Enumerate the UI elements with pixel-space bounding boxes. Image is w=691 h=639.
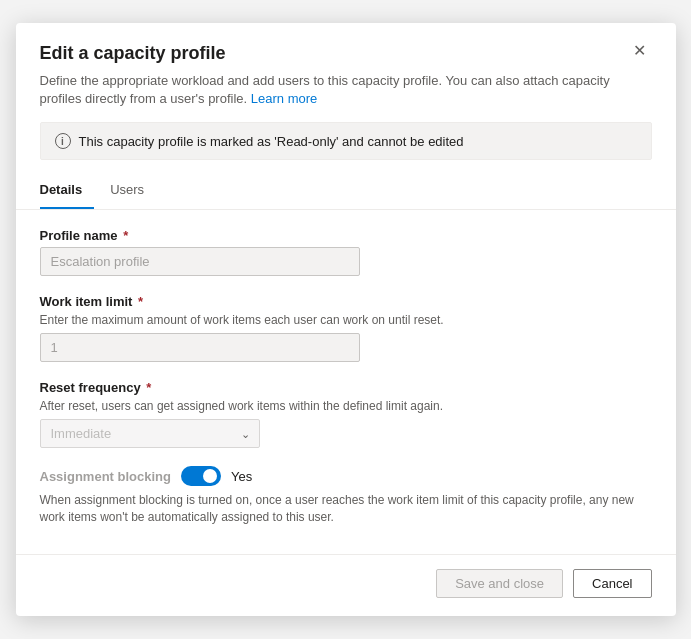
close-button[interactable]: ✕ [627, 41, 652, 61]
dialog-body: Profile name * Work item limit * Enter t… [16, 210, 676, 554]
assignment-blocking-row: Assignment blocking Yes [40, 466, 652, 486]
profile-name-label: Profile name * [40, 228, 652, 243]
reset-frequency-required: * [146, 380, 151, 395]
reset-frequency-description: After reset, users can get assigned work… [40, 399, 652, 413]
edit-capacity-dialog: Edit a capacity profile ✕ Define the app… [16, 23, 676, 616]
work-item-limit-description: Enter the maximum amount of work items e… [40, 313, 652, 327]
dialog-subtitle: Define the appropriate workload and add … [16, 72, 676, 122]
dialog-header: Edit a capacity profile ✕ [16, 23, 676, 72]
learn-more-link[interactable]: Learn more [251, 91, 317, 106]
dialog-footer: Save and close Cancel [16, 554, 676, 616]
save-and-close-button[interactable]: Save and close [436, 569, 563, 598]
assignment-blocking-value: Yes [231, 469, 252, 484]
profile-name-group: Profile name * [40, 228, 652, 276]
profile-name-input[interactable] [40, 247, 360, 276]
reset-frequency-label: Reset frequency * [40, 380, 652, 395]
reset-frequency-select[interactable]: Immediate Daily Weekly Monthly [40, 419, 260, 448]
dialog-title: Edit a capacity profile [40, 43, 226, 64]
readonly-banner: i This capacity profile is marked as 'Re… [40, 122, 652, 160]
work-item-limit-group: Work item limit * Enter the maximum amou… [40, 294, 652, 362]
subtitle-text: Define the appropriate workload and add … [40, 73, 610, 106]
assignment-blocking-label: Assignment blocking [40, 469, 171, 484]
tab-users[interactable]: Users [110, 174, 156, 209]
info-icon: i [55, 133, 71, 149]
readonly-text: This capacity profile is marked as 'Read… [79, 134, 464, 149]
reset-frequency-group: Reset frequency * After reset, users can… [40, 380, 652, 448]
profile-name-required: * [123, 228, 128, 243]
assignment-blocking-toggle[interactable] [181, 466, 221, 486]
tabs-container: Details Users [16, 174, 676, 210]
work-item-limit-required: * [138, 294, 143, 309]
assignment-blocking-group: Assignment blocking Yes When assignment … [40, 466, 652, 526]
tab-details[interactable]: Details [40, 174, 95, 209]
reset-frequency-select-wrapper: Immediate Daily Weekly Monthly ⌄ [40, 419, 260, 448]
assignment-blocking-description: When assignment blocking is turned on, o… [40, 492, 652, 526]
cancel-button[interactable]: Cancel [573, 569, 651, 598]
work-item-limit-input[interactable] [40, 333, 360, 362]
work-item-limit-label: Work item limit * [40, 294, 652, 309]
